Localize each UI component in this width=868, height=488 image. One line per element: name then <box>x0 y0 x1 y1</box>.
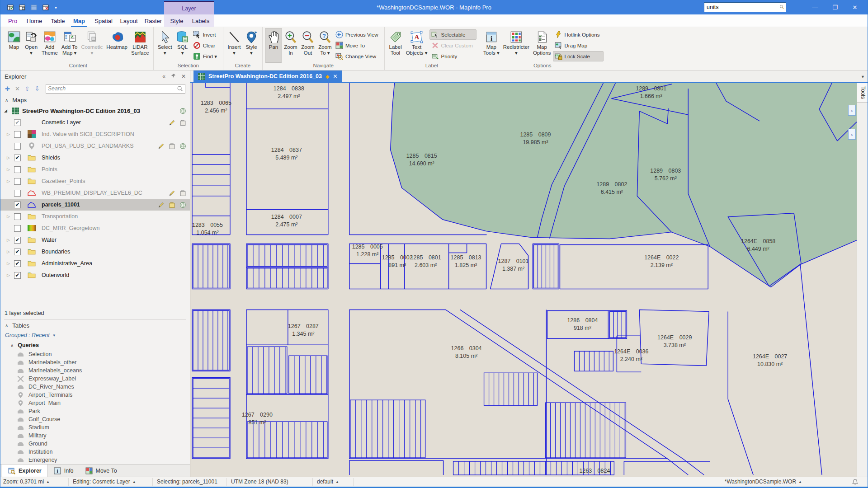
query-row-marinelabels-oceans[interactable]: Marinelabels_oceans <box>0 366 190 375</box>
query-row-stadium[interactable]: Stadium <box>0 423 190 432</box>
map-document-tab[interactable]: StreetPro Washington-DC Edition 2016_03 … <box>193 70 342 82</box>
edit-style-icon[interactable] <box>169 190 175 197</box>
edit-style-icon[interactable] <box>169 119 175 126</box>
maximize-button[interactable]: ❐ <box>825 0 845 14</box>
tab-move-to[interactable]: Move To <box>80 465 123 477</box>
status-zoom[interactable]: Zoom: 0,3701 mi▲ <box>3 479 50 485</box>
sql-button[interactable]: SQL▾ <box>174 28 191 63</box>
status-selecting[interactable]: Selecting: parcels_11001 <box>157 479 217 485</box>
layer-checkbox[interactable]: ✔ <box>14 272 21 279</box>
layer-row-administrative[interactable]: ▷✔Administrative_Area <box>0 258 190 269</box>
map-tree-item[interactable]: ◢ StreetPro Washington-DC Edition 2016_0… <box>0 105 190 117</box>
map-button[interactable]: Map <box>5 28 23 63</box>
projection-icon[interactable] <box>179 108 186 114</box>
edit-style-icon[interactable] <box>158 202 165 208</box>
notifications-bell-icon[interactable] <box>852 479 859 485</box>
close-tab-icon[interactable]: ✕ <box>333 73 337 80</box>
change-view-button[interactable]: Change View <box>334 51 382 61</box>
clear-button[interactable]: Clear <box>191 40 221 51</box>
layer-checkbox[interactable]: ✔ <box>14 237 21 244</box>
tab-style[interactable]: Style <box>167 14 187 27</box>
tab-info[interactable]: iInfo <box>48 465 80 477</box>
clear-custom-button[interactable]: Clear Custom <box>429 40 476 51</box>
remove-icon[interactable]: ✕ <box>15 85 20 92</box>
layer-row-poi[interactable]: POI_USA_PLUS_DC_LANDMARKS <box>0 140 190 152</box>
heatmap-button[interactable]: Heatmap <box>104 28 129 63</box>
collapse-chevron-icon[interactable]: ‹ <box>848 129 856 140</box>
add-icon[interactable]: ✚ <box>5 85 10 92</box>
expand-arrow[interactable]: ▷ <box>7 132 14 136</box>
tab-raster[interactable]: Raster <box>142 14 164 27</box>
layer-checkbox[interactable] <box>14 131 21 138</box>
close-table-icon[interactable] <box>42 4 50 11</box>
tab-labels[interactable]: Labels <box>189 14 212 27</box>
find-button[interactable]: Find ▾ <box>191 51 221 61</box>
tools-tab[interactable]: Tools <box>857 83 868 103</box>
layer-row-outerworld[interactable]: ▷✔Outerworld <box>0 269 190 281</box>
tables-section-header[interactable]: ∧Tables <box>0 320 190 330</box>
move-up-icon[interactable]: ⇧ <box>25 85 30 92</box>
lidar-surface-button[interactable]: LiDARSurface <box>129 28 151 63</box>
layer-row-transportation[interactable]: ▷Transportation <box>0 211 190 222</box>
select-button[interactable]: Select▾ <box>156 28 174 63</box>
collapse-chevron-icon[interactable]: ‹ <box>848 105 856 116</box>
query-row-marinelabels-other[interactable]: Marinelabels_other <box>0 358 190 366</box>
grouped-recent-control[interactable]: Grouped : Recent▼ <box>0 330 190 340</box>
map-canvas[interactable]: 1283 00652.456 m²1284 08382.497 m²1284 0… <box>190 83 857 477</box>
layer-checkbox[interactable] <box>14 143 21 150</box>
query-row-ground[interactable]: Ground <box>0 440 190 448</box>
expand-arrow[interactable]: ▷ <box>7 238 14 242</box>
insert-button[interactable]: Insert▾ <box>226 28 243 63</box>
layer-checkbox[interactable] <box>14 213 21 220</box>
query-row-military[interactable]: Military <box>0 432 190 440</box>
layer-row-boundaries[interactable]: ▷✔Boundaries <box>0 246 190 258</box>
minimize-button[interactable]: — <box>805 0 825 14</box>
layer-row-gazetteer[interactable]: ▷Gazetteer_Points <box>0 175 190 187</box>
layer-row-points[interactable]: ▷Points <box>0 164 190 175</box>
query-row-selection[interactable]: Selection <box>0 350 190 358</box>
drag-map-button[interactable]: Drag Map <box>553 40 604 51</box>
map-options-button[interactable]: MapOptions <box>531 28 553 63</box>
layer-zoom-icon[interactable] <box>169 143 175 150</box>
lock-scale-button[interactable]: Lock Scale <box>553 51 604 61</box>
layer-checkbox[interactable] <box>14 166 21 173</box>
pan-button[interactable]: Pan <box>265 28 282 63</box>
expand-icon[interactable]: ◢ <box>4 108 12 113</box>
zoom-out-button[interactable]: ZoomOut <box>299 28 316 63</box>
move-to-button[interactable]: Move To <box>334 40 382 51</box>
layer-checkbox[interactable]: ✔ <box>14 249 21 255</box>
query-row-institution[interactable]: Institution <box>0 448 190 456</box>
style-button[interactable]: Style▾ <box>243 28 260 63</box>
expand-arrow[interactable]: ▷ <box>7 249 14 254</box>
queries-header[interactable]: ∧Queries <box>0 340 190 350</box>
projection-icon[interactable] <box>179 143 186 150</box>
previous-view-button[interactable]: Previous View <box>334 29 382 40</box>
layer-row-wb-premium[interactable]: WB_PREMIUM_DISPLAY_LEVEL6_DC <box>0 187 190 199</box>
window-icon[interactable] <box>19 4 26 11</box>
layer-checkbox[interactable] <box>14 225 21 232</box>
layer-checkbox[interactable]: ✔ <box>14 260 21 267</box>
cosmetic-button[interactable]: Cosmetic▾ <box>79 28 104 63</box>
tab-home[interactable]: Home <box>24 14 45 27</box>
status-style[interactable]: default▲ <box>317 479 339 485</box>
tab-pro[interactable]: Pro <box>5 14 20 27</box>
layer-zoom-icon[interactable] <box>169 202 175 208</box>
query-row-park[interactable]: Park <box>0 407 190 415</box>
expand-arrow[interactable]: ▷ <box>7 273 14 277</box>
tab-overflow-icon[interactable]: ▼ <box>861 75 865 79</box>
qat-more-icon[interactable]: ▾ <box>55 5 57 10</box>
projection-icon[interactable] <box>179 202 186 208</box>
layer-checkbox[interactable] <box>14 190 21 197</box>
workspace-icon[interactable] <box>7 4 14 11</box>
maps-section-header[interactable]: ∧Maps <box>0 95 190 105</box>
layer-zoom-icon[interactable] <box>179 190 186 197</box>
redistricter-button[interactable]: Redistricter▾ <box>501 28 531 63</box>
expand-arrow[interactable]: ▷ <box>7 214 14 219</box>
layer-row-shields[interactable]: ▷✔Shields <box>0 152 190 164</box>
priority-button[interactable]: Priority <box>429 51 476 61</box>
invert-button[interactable]: Invert <box>191 29 221 40</box>
status-projection[interactable]: UTM Zone 18 (NAD 83) <box>231 479 288 485</box>
status-editing[interactable]: Editing: Cosmetic Layer▲ <box>73 479 136 485</box>
layer-row-water[interactable]: ▷✔Water <box>0 234 190 246</box>
expand-arrow[interactable]: ▷ <box>7 179 14 183</box>
